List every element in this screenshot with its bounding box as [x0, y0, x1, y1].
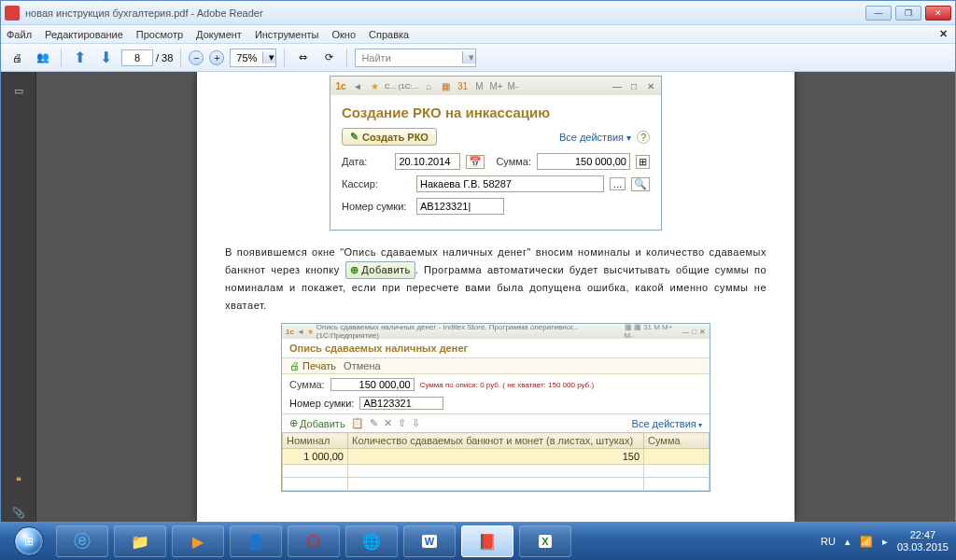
- pdf-icon: [5, 6, 20, 21]
- add-row-button[interactable]: ⊕ Добавить: [289, 417, 345, 429]
- menu-view[interactable]: Просмотр: [136, 29, 183, 40]
- doc-close-icon[interactable]: ✕: [939, 28, 948, 40]
- task-excel[interactable]: X: [519, 525, 571, 557]
- task-reader[interactable]: 📕: [461, 525, 513, 557]
- back-icon[interactable]: ◄: [351, 79, 364, 92]
- bag-input[interactable]: [416, 198, 504, 215]
- dlg2-bag-input[interactable]: [359, 397, 443, 410]
- edit-icon[interactable]: ✎: [370, 417, 378, 429]
- down-icon[interactable]: ⇩: [412, 417, 420, 429]
- toolbar: 🖨 👥 ⬆ ⬇ / 38 − + 75% ▾ ⇔ ⟳ Найти ▾: [1, 44, 955, 72]
- attachments-icon[interactable]: 📎: [9, 503, 28, 522]
- dlg1-close-icon[interactable]: ✕: [644, 79, 657, 92]
- dlg1-min-icon[interactable]: —: [611, 79, 624, 92]
- menu-window[interactable]: Окно: [331, 29, 356, 40]
- task-opera[interactable]: O: [288, 525, 340, 557]
- page-area[interactable]: 1c ◄ ★ С... (1С:... ⌂ ▦ 31 M M+ M- — □ ✕: [36, 72, 955, 522]
- comments-icon[interactable]: ❝: [9, 471, 28, 490]
- page-number-input[interactable]: [121, 49, 153, 66]
- calendar-icon[interactable]: 31: [456, 79, 469, 92]
- dlg2-sum-input[interactable]: [330, 378, 415, 391]
- m-plus-icon[interactable]: M+: [489, 79, 502, 92]
- page-first-icon[interactable]: ⬆: [69, 48, 90, 68]
- chevron-down-icon[interactable]: ▾: [262, 51, 275, 63]
- cell-nominal: 1 000,00: [283, 449, 348, 465]
- delete-icon[interactable]: ✕: [384, 417, 392, 429]
- dlg2-min-icon[interactable]: —: [682, 328, 689, 336]
- dlg-create-rko: 1c ◄ ★ С... (1С:... ⌂ ▦ 31 M M+ M- — □ ✕: [330, 76, 662, 231]
- calc-icon[interactable]: ⊞: [636, 155, 650, 169]
- collab-icon[interactable]: 👥: [33, 48, 53, 68]
- dlg2-close-icon[interactable]: ✕: [699, 328, 706, 336]
- menu-document[interactable]: Документ: [196, 29, 242, 40]
- chevron-down-icon[interactable]: ▾: [462, 51, 475, 63]
- m-minus-icon[interactable]: M-: [506, 79, 519, 92]
- zoom-select[interactable]: 75% ▾: [230, 49, 276, 67]
- thumbnails-icon[interactable]: ▭: [9, 81, 28, 100]
- zoom-in-button[interactable]: +: [209, 50, 224, 65]
- task-files[interactable]: 📁: [114, 525, 166, 557]
- col-sum[interactable]: Сумма: [644, 433, 710, 449]
- up-icon[interactable]: ⇧: [398, 417, 406, 429]
- grid-icon[interactable]: ▦ ▦ 31 M M+ M-: [625, 323, 680, 340]
- grid-icon[interactable]: ▦: [439, 79, 452, 92]
- task-word[interactable]: W: [403, 525, 456, 557]
- minimize-button[interactable]: —: [865, 6, 892, 21]
- flag-icon[interactable]: ▸: [882, 536, 888, 548]
- fit-width-icon[interactable]: ⇔: [292, 48, 313, 68]
- print-icon[interactable]: 🖨: [7, 48, 27, 68]
- table-row[interactable]: 1 000,00 150: [283, 449, 710, 465]
- pdf-page: 1c ◄ ★ С... (1С:... ⌂ ▦ 31 M M+ M- — □ ✕: [197, 72, 794, 522]
- menu-help[interactable]: Справка: [369, 29, 409, 40]
- star-icon[interactable]: ★: [368, 79, 381, 92]
- nominal-grid[interactable]: Номинал Количество сдаваемых банкнот и м…: [282, 432, 710, 491]
- col-qty[interactable]: Количество сдаваемых банкнот и монет (в …: [348, 433, 644, 449]
- rotate-icon[interactable]: ⟳: [318, 48, 339, 68]
- print-link[interactable]: 🖨 Печать: [289, 360, 336, 371]
- page-prev-icon[interactable]: ⬇: [95, 48, 116, 68]
- star-icon[interactable]: ★: [307, 328, 314, 336]
- content-area: ▭ ❝ 📎 1c ◄ ★ С... (1С:... ⌂ ▦ 31 M: [1, 72, 955, 522]
- col-nominal[interactable]: Номинал: [283, 433, 348, 449]
- all-actions-link[interactable]: Все действия ▾: [632, 418, 702, 429]
- dlg2-bag-label: Номер сумки:: [289, 398, 354, 409]
- m-icon[interactable]: M: [472, 79, 485, 92]
- table-row[interactable]: [283, 478, 710, 491]
- maximize-button[interactable]: ❐: [895, 6, 921, 21]
- table-row[interactable]: [283, 465, 710, 478]
- close-button[interactable]: ✕: [925, 6, 951, 21]
- cancel-link[interactable]: Отмена: [344, 360, 380, 371]
- menu-tools[interactable]: Инструменты: [255, 29, 319, 40]
- sum-input[interactable]: [537, 153, 630, 170]
- lang-indicator[interactable]: RU: [821, 536, 836, 547]
- task-app1[interactable]: 👤: [230, 525, 282, 557]
- titlebar: новая инструкция бухгалтерия.pdf - Adobe…: [1, 1, 955, 25]
- date-label: Дата:: [342, 156, 389, 167]
- menu-edit[interactable]: Редактирование: [45, 29, 123, 40]
- dlg2-max-icon[interactable]: □: [692, 328, 696, 336]
- dlg2-heading: Опись сдаваемых наличных денег: [282, 339, 710, 357]
- tray-icon[interactable]: ▴: [845, 536, 851, 548]
- help-icon[interactable]: ?: [637, 131, 650, 144]
- open-icon[interactable]: 🔍: [631, 177, 650, 191]
- back-icon[interactable]: ◄: [297, 328, 304, 336]
- create-rko-button[interactable]: ✎ Создать РКО: [342, 128, 437, 146]
- start-button[interactable]: ⊞: [7, 525, 50, 557]
- dlg1-max-icon[interactable]: □: [627, 79, 640, 92]
- find-input[interactable]: Найти ▾: [355, 49, 476, 67]
- home-icon[interactable]: ⌂: [422, 79, 435, 92]
- select-icon[interactable]: ...: [610, 177, 626, 190]
- copy-icon[interactable]: 📋: [351, 417, 364, 429]
- network-icon[interactable]: 📶: [860, 536, 873, 548]
- cashier-input[interactable]: [416, 175, 604, 192]
- task-media[interactable]: ▶: [172, 525, 224, 557]
- all-actions-link[interactable]: Все действия ▾: [559, 133, 631, 143]
- date-input[interactable]: [395, 153, 460, 170]
- menu-file[interactable]: Файл: [7, 29, 32, 40]
- task-explorer[interactable]: ⓔ: [56, 525, 108, 557]
- clock[interactable]: 22:47 03.03.2015: [897, 529, 949, 553]
- sum-label: Сумма:: [496, 156, 531, 167]
- zoom-out-button[interactable]: −: [189, 50, 204, 65]
- task-chrome[interactable]: 🌐: [345, 525, 398, 557]
- calendar-icon[interactable]: 📅: [466, 155, 485, 169]
